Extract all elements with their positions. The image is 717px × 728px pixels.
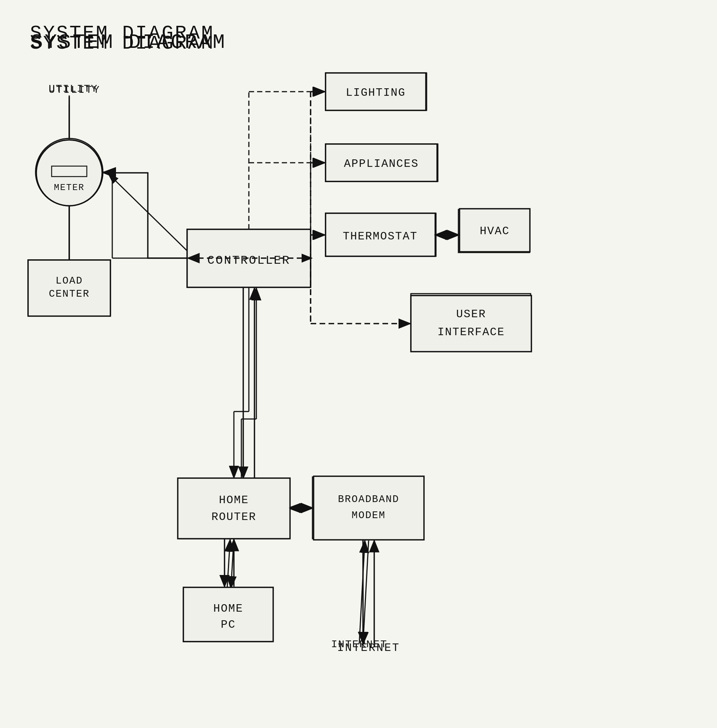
utility-label: UTILITY	[49, 84, 101, 96]
thermostat-text: THERMOSTAT	[343, 230, 418, 243]
load-center-text2: CENTER	[49, 288, 90, 300]
user-interface-text2: INTERFACE	[438, 326, 505, 338]
home-router-box	[178, 478, 290, 539]
diagram-title: SYSTEM DIAGRAM	[31, 31, 227, 54]
home-pc-text1: HOME	[213, 602, 243, 615]
home-pc-text2: PC	[221, 618, 236, 631]
hvac-text: HVAC	[480, 225, 510, 238]
main-diagram: SYSTEM DIAGRAM UTILITY METER LOAD CENTER…	[0, 0, 717, 728]
load-center-box	[28, 260, 110, 316]
meter-inner-rect	[52, 166, 87, 177]
home-router-text2: ROUTER	[211, 511, 256, 523]
appliances-text: APPLIANCES	[344, 157, 419, 170]
broadband-modem-text1: BROADBAND	[338, 494, 399, 505]
broadband-modem-text2: MODEM	[351, 510, 386, 521]
user-interface-box	[411, 295, 531, 352]
controller-text: CONTROLLER	[207, 254, 290, 268]
lighting-text: LIGHTING	[346, 87, 406, 99]
meter-text: METER	[54, 183, 85, 193]
internet-label: INTERNET	[337, 641, 400, 654]
load-center-text1: LOAD	[56, 275, 83, 286]
user-interface-text1: USER	[456, 308, 486, 321]
broadband-modem-box	[314, 476, 424, 540]
home-router-text1: HOME	[219, 494, 249, 507]
